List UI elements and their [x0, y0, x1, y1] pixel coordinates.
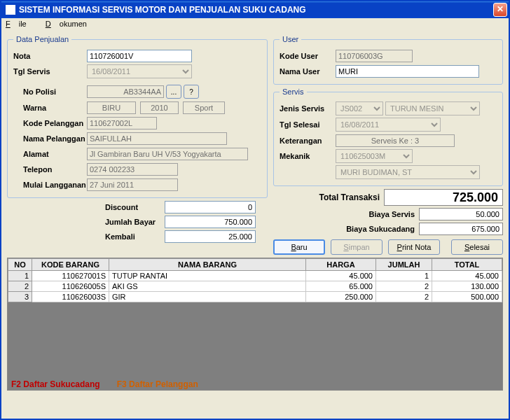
col-kode: KODE BARANG — [32, 259, 109, 271]
warna-input — [87, 102, 136, 114]
keterangan-input — [336, 134, 455, 147]
table-row[interactable]: 3110626003SGIR250.0002500.000 — [8, 292, 502, 302]
label-biaya-sukucadang: Biaya Sukucadang — [346, 225, 415, 233]
kembali-value: 25.000 — [165, 230, 256, 243]
label-keterangan: Keterangan — [280, 136, 336, 145]
hint-f2: F2 Daftar Sukucadang — [11, 379, 100, 389]
col-no: NO — [8, 259, 32, 271]
label-jenis-servis: Jenis Servis — [280, 104, 336, 113]
group-penjualan: Data Penjualan Nota Tgl Servis 16/08/201… — [7, 35, 268, 198]
legend-penjualan: Data Penjualan — [13, 35, 71, 43]
label-no-polisi: No Polisi — [13, 88, 87, 96]
window-icon — [6, 5, 15, 15]
tgl-servis-select[interactable]: 16/08/2011 — [87, 64, 192, 78]
col-nama: NAMA BARANG — [109, 259, 306, 271]
col-total: TOTAL — [432, 259, 502, 271]
table-row[interactable]: 2110626005SAKI GS65.0002130.000 — [8, 281, 502, 292]
group-servis: Servis Jenis Servis JS002 TURUN MESIN Tg… — [273, 88, 503, 186]
telepon-input — [87, 163, 178, 176]
label-total-transaksi: Total Transaksi — [319, 192, 380, 202]
biaya-servis-value: 50.000 — [419, 208, 503, 220]
menu-dokumen[interactable]: Dokumen — [46, 20, 95, 28]
label-telepon: Telepon — [13, 165, 87, 174]
label-mulai-langganan: Mulai Langganan — [13, 181, 87, 189]
tipe-input — [183, 102, 225, 114]
nopolisi-lookup-button[interactable]: ... — [166, 85, 181, 99]
hint-f3: F3 Daftar Pelanggan — [117, 379, 198, 389]
close-icon[interactable]: ✕ — [493, 3, 507, 17]
baru-button[interactable]: Baru — [273, 239, 325, 255]
mekanik-name-select[interactable]: MURI BUDIMAN, ST — [336, 165, 480, 179]
label-tgl-selesai: Tgl Selesai — [280, 120, 336, 129]
discount-value[interactable]: 0 — [165, 201, 256, 214]
col-harga: HARGA — [306, 259, 376, 271]
menubar: File Dokumen — [1, 18, 509, 32]
window-title: SISTEM INFORMASI SERVIS MOTOR DAN PENJUA… — [19, 5, 493, 15]
no-polisi-input — [87, 85, 164, 98]
label-biaya-servis: Biaya Servis — [369, 210, 415, 218]
col-jumlah: JUMLAH — [376, 259, 432, 271]
items-grid[interactable]: NO KODE BARANG NAMA BARANG HARGA JUMLAH … — [7, 258, 503, 391]
mulai-langganan-input — [87, 178, 178, 191]
nama-user-input[interactable] — [336, 65, 479, 78]
table-row[interactable]: 1110627001STUTUP RANTAI45.000145.000 — [8, 271, 502, 281]
label-alamat: Alamat — [13, 150, 87, 158]
titlebar: SISTEM INFORMASI SERVIS MOTOR DAN PENJUA… — [1, 1, 509, 18]
label-nama-user: Nama User — [280, 67, 336, 76]
label-kode-pelanggan: Kode Pelanggan — [13, 119, 87, 127]
tgl-selesai-select[interactable]: 16/08/2011 — [336, 118, 441, 132]
selesai-button[interactable]: Selesai — [451, 239, 503, 255]
jenis-servis-name-select[interactable]: TURUN MESIN — [385, 102, 480, 115]
alamat-input — [87, 148, 248, 160]
menu-file[interactable]: File — [6, 20, 35, 28]
items-table: NO KODE BARANG NAMA BARANG HARGA JUMLAH … — [8, 258, 502, 302]
tahun-input — [140, 102, 179, 114]
group-user: User Kode User Nama User — [273, 35, 503, 85]
biaya-sukucadang-value: 675.000 — [419, 223, 503, 235]
jumlah-bayar-value[interactable]: 750.000 — [165, 216, 256, 228]
label-tgl-servis: Tgl Servis — [13, 67, 87, 76]
total-transaksi-value: 725.000 — [384, 189, 503, 206]
nama-pelanggan-input — [87, 132, 227, 145]
print-nota-button[interactable]: Print Nota — [388, 239, 440, 255]
label-nama-pelanggan: Nama Pelanggan — [13, 134, 87, 143]
label-jumlah-bayar: Jumlah Bayar — [105, 218, 165, 226]
legend-servis: Servis — [280, 88, 307, 96]
nopolisi-help-button[interactable]: ? — [184, 85, 199, 99]
nota-input[interactable] — [87, 50, 192, 62]
simpan-button[interactable]: Simpan — [331, 239, 382, 255]
kode-user-input — [336, 50, 413, 62]
label-nota: Nota — [13, 52, 87, 60]
mekanik-code-select[interactable]: 110625003M — [336, 149, 413, 163]
legend-user: User — [280, 35, 301, 43]
app-window: SISTEM INFORMASI SERVIS MOTOR DAN PENJUA… — [0, 0, 510, 420]
footer-hints: F2 Daftar Sukucadang F3 Daftar Pelanggan — [11, 379, 198, 389]
label-mekanik: Mekanik — [280, 152, 336, 160]
jenis-servis-code-select[interactable]: JS002 — [336, 102, 383, 115]
label-kembali: Kembali — [105, 232, 165, 241]
label-warna: Warna — [13, 104, 87, 112]
label-discount: Discount — [105, 203, 165, 211]
label-kode-user: Kode User — [280, 52, 336, 60]
client-area: Data Penjualan Nota Tgl Servis 16/08/201… — [1, 32, 509, 393]
kode-pelanggan-input — [87, 117, 157, 130]
